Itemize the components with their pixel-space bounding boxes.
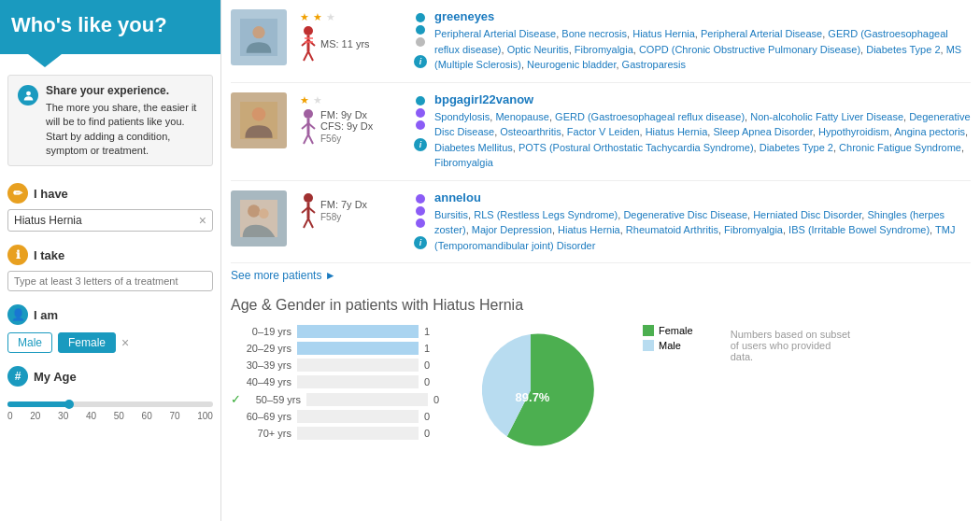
bar-track-0-19 — [297, 325, 419, 338]
info-button-bpgagirl[interactable]: i — [414, 138, 427, 151]
i-have-label: I have — [34, 187, 68, 201]
circle1-bpgagirl — [416, 96, 425, 106]
pie-label-pct: 89.7% — [516, 390, 550, 404]
male-button[interactable]: Male — [7, 332, 52, 353]
age-slider-fill — [7, 401, 69, 407]
patient-info-greeneyes: greeneyes Peripheral Arterial Disease, B… — [434, 9, 971, 73]
svg-point-3 — [304, 26, 313, 35]
pencil-icon: ✏ — [7, 183, 28, 204]
info-button-greeneyes[interactable]: i — [414, 55, 427, 68]
svg-point-22 — [304, 193, 313, 203]
avatar-image-annelou — [240, 200, 277, 237]
star2: ★ — [313, 11, 322, 23]
i-take-label: I take — [34, 248, 64, 262]
bar-row-50-59: ✓ 50–59 yrs 0 — [231, 392, 447, 406]
pie-area: 89.7% — [465, 325, 615, 458]
bar-track-40-49 — [297, 375, 419, 388]
patient-card-bpgagirl: ★ ★ FM: 9y Dx CFS: 9y Dx F56y — [231, 83, 971, 181]
sidebar: Who's like you? Share your experience. T… — [0, 0, 221, 521]
i-have-section: ✏ I have — [0, 174, 220, 207]
age-slider-thumb[interactable] — [64, 400, 74, 409]
my-age-section: # My Age — [0, 357, 220, 390]
sidebar-header: Who's like you? — [0, 0, 220, 54]
fm-stat-annelou: FM: 7y Dx — [320, 199, 367, 210]
i-have-input-wrapper[interactable]: × — [7, 209, 213, 232]
ms-stat-greeneyes: MS: 11 yrs — [320, 38, 370, 49]
circles-greeneyes: i — [414, 9, 427, 68]
bar-track-70plus — [297, 427, 419, 440]
female-button[interactable]: Female — [58, 332, 116, 353]
circle1 — [416, 13, 425, 22]
share-box: Share your experience. The more you shar… — [7, 75, 213, 166]
bar-track-50-59 — [306, 393, 428, 406]
hash-icon: # — [7, 366, 28, 387]
circle2-bpgagirl — [416, 108, 425, 118]
fm-stat-bpgagirl: FM: 9y Dx — [320, 109, 373, 120]
svg-point-0 — [26, 91, 31, 95]
male-dot — [643, 340, 654, 351]
avatar-image-bpgagirl — [240, 102, 277, 139]
svg-point-2 — [252, 26, 264, 38]
patient-avatar-bpgagirl — [231, 92, 287, 148]
my-age-label: My Age — [34, 370, 77, 384]
avatar-image-greeneyes — [240, 19, 277, 56]
i-take-section: ℹ I take — [0, 235, 220, 269]
patient-name-annelou[interactable]: annelou — [434, 190, 971, 204]
patient-stats-annelou: FM: 7y Dx F58y — [294, 190, 406, 232]
patient-avatar-annelou — [231, 190, 287, 246]
clear-i-have-button[interactable]: × — [195, 214, 206, 227]
body-figure-greeneyes — [300, 25, 317, 63]
age-bpgagirl: F56y — [320, 134, 373, 144]
circle3-bpgagirl — [416, 120, 425, 130]
svg-line-7 — [304, 51, 308, 61]
star3: ★ — [326, 11, 335, 23]
info-button-annelou[interactable]: i — [414, 236, 427, 249]
cfs-stat-bpgagirl: CFS: 9y Dx — [320, 120, 373, 132]
legend-male: Male — [643, 340, 693, 351]
star1: ★ — [300, 11, 309, 23]
i-take-input-wrapper[interactable] — [7, 271, 213, 291]
bar-track-60-69 — [297, 410, 419, 423]
bar-row-30-39: 30–39 yrs 0 — [231, 359, 447, 372]
patient-card-greeneyes: ★ ★ ★ MS: 11 yrs — [231, 0, 971, 83]
patient-conditions-bpgagirl: Spondylosis, Menopause, GERD (Gastroesop… — [434, 109, 971, 171]
circle2-annelou — [416, 206, 425, 216]
i-am-section: 👤 I am — [0, 295, 220, 329]
i-am-label: I am — [34, 308, 58, 322]
person-icon — [18, 85, 38, 106]
age-slider-area[interactable]: 0 20 30 40 50 60 70 100 — [0, 390, 220, 427]
chart-legend: Female Male — [643, 325, 693, 355]
bar-row-70plus: 70+ yrs 0 — [231, 427, 447, 440]
body-figure-bpgagirl — [300, 108, 317, 146]
svg-point-21 — [259, 208, 269, 218]
patient-name-greeneyes[interactable]: greeneyes — [434, 9, 971, 23]
bar-fill-20-29 — [297, 342, 419, 355]
circles-annelou: i — [414, 190, 427, 249]
i-take-input[interactable] — [14, 275, 206, 287]
svg-point-12 — [252, 107, 266, 121]
pill-icon: ℹ — [7, 245, 28, 265]
see-more-link[interactable]: See more patients ► — [231, 263, 336, 288]
legend-male-label: Male — [659, 340, 681, 351]
patient-name-bpgagirl[interactable]: bpgagirl22vanow — [434, 92, 971, 106]
checkmark-50-59: ✓ — [231, 392, 241, 406]
bar-track-30-39 — [297, 359, 419, 372]
i-have-input[interactable] — [14, 214, 195, 227]
svg-line-26 — [304, 218, 308, 228]
svg-line-27 — [308, 218, 313, 228]
sidebar-title: Who's like you? — [11, 13, 167, 36]
female-dot — [643, 325, 654, 336]
gender-row: Male Female × — [0, 329, 220, 357]
bar-chart: 0–19 yrs 1 20–29 yrs 1 30–39 yrs 0 40–49… — [231, 325, 447, 444]
age-annelou: F58y — [320, 212, 367, 222]
share-title: Share your experience. — [46, 83, 203, 99]
chart-section: Age & Gender in patients with Hiatus Her… — [231, 297, 971, 458]
bar-track-20-29 — [297, 342, 419, 355]
slider-labels: 0 20 30 40 50 60 70 100 — [7, 411, 213, 421]
chart-area: 0–19 yrs 1 20–29 yrs 1 30–39 yrs 0 40–49… — [231, 325, 971, 458]
circle2 — [416, 25, 425, 35]
clear-gender-button[interactable]: × — [121, 335, 129, 350]
age-slider-track[interactable] — [7, 401, 213, 407]
bar-row-40-49: 40–49 yrs 0 — [231, 375, 447, 388]
patient-conditions-annelou: Bursitis, RLS (Restless Legs Syndrome), … — [434, 207, 971, 254]
